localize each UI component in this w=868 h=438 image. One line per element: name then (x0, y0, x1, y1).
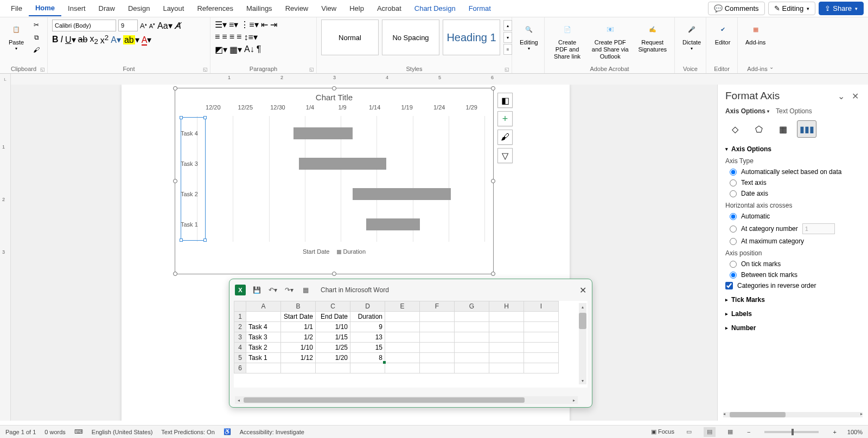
resize-handle[interactable] (332, 272, 336, 276)
cell[interactable] (524, 343, 559, 353)
tab-references[interactable]: References (190, 1, 239, 16)
create-pdf-share-link-button[interactable]: 📄Create PDF and Share link (549, 20, 585, 62)
cell[interactable] (489, 322, 524, 332)
cell[interactable]: 1/10 (281, 343, 316, 353)
editing-dropdown[interactable]: 🔍 Editing▾ (516, 20, 541, 52)
justify-button[interactable]: ≡ (237, 32, 241, 42)
col-header[interactable]: D (350, 301, 385, 312)
increase-indent-button[interactable]: ⇥ (270, 20, 277, 30)
editor-button[interactable]: ✔Editor (711, 20, 735, 47)
tab-design[interactable]: Design (122, 1, 156, 16)
pane-icon-size[interactable]: ▦ (773, 120, 793, 138)
cell[interactable]: 15 (350, 343, 385, 353)
zoom-slider-thumb[interactable] (792, 429, 794, 435)
cell[interactable]: Task 4 (246, 322, 281, 332)
col-header[interactable]: C (316, 301, 350, 312)
ribbon-collapse-button[interactable]: ⌄ (769, 64, 774, 70)
row-header[interactable]: 1 (234, 312, 246, 322)
cell[interactable] (420, 363, 455, 373)
tab-help[interactable]: Help (343, 1, 371, 16)
cell[interactable]: Task 1 (246, 353, 281, 363)
font-size-input[interactable] (118, 20, 138, 31)
strikethrough-button[interactable]: ab (78, 35, 88, 44)
cell[interactable]: 1/12 (281, 353, 316, 363)
resize-handle[interactable] (173, 86, 177, 91)
pane-scrollbar-horizontal[interactable]: ◂▸ (723, 412, 863, 417)
subscript-button[interactable]: x2 (90, 34, 98, 46)
category-number-input[interactable] (802, 223, 835, 234)
chart-bar[interactable] (366, 218, 419, 230)
chart-bar[interactable] (353, 188, 451, 200)
excel-redo-button[interactable]: ↷▾ (284, 285, 295, 295)
italic-button[interactable]: I (61, 35, 63, 44)
tab-file[interactable]: File (4, 1, 29, 16)
font-color-button[interactable]: A▾ (142, 35, 152, 45)
multilevel-list-button[interactable]: ⋮≡▾ (240, 20, 258, 30)
cell[interactable] (524, 332, 559, 343)
chart-title[interactable]: Chart Title (175, 88, 493, 104)
cell[interactable] (420, 312, 455, 322)
paste-button[interactable]: 📋 Paste▾ (4, 20, 28, 52)
status-accessibility[interactable]: Accessibility: Investigate (240, 429, 304, 435)
cell[interactable]: Start Date (281, 312, 316, 322)
change-case-button[interactable]: Aa▾ (157, 21, 173, 31)
section-labels-header[interactable]: ▸Labels (725, 310, 860, 318)
ruler-horizontal[interactable]: L 1 2 3 4 5 6 (0, 74, 868, 85)
tab-layout[interactable]: Layout (156, 1, 190, 16)
cell[interactable] (385, 322, 420, 332)
font-dialog-launcher[interactable]: ◱ (203, 67, 208, 72)
cell[interactable] (420, 353, 455, 363)
share-button[interactable]: ⇪Share▾ (819, 2, 864, 15)
cell[interactable] (420, 343, 455, 353)
radio-axis-text[interactable]: Text axis (730, 179, 860, 186)
cell[interactable] (350, 363, 385, 373)
editing-mode-button[interactable]: ✎Editing▾ (768, 2, 816, 15)
dictate-button[interactable]: 🎤Dictate▾ (679, 20, 704, 52)
status-predictions[interactable]: Text Predictions: On (161, 429, 214, 435)
font-name-input[interactable] (52, 20, 116, 31)
radio-crosses-catnum[interactable]: At category number (730, 223, 860, 234)
cell[interactable] (385, 312, 420, 322)
zoom-out-button[interactable]: − (745, 429, 752, 435)
view-read-mode[interactable]: ▭ (683, 427, 695, 437)
shading-button[interactable]: ◩▾ (215, 44, 227, 55)
underline-button[interactable]: U▾ (65, 35, 76, 45)
cell[interactable]: 1/10 (316, 322, 350, 332)
cell[interactable] (316, 363, 350, 373)
status-spellcheck-icon[interactable]: ⌨ (74, 428, 83, 435)
cell[interactable]: End Date (316, 312, 350, 322)
cell[interactable] (455, 332, 489, 343)
cell[interactable] (524, 322, 559, 332)
styles-expand[interactable]: ≡ (503, 44, 512, 55)
cell[interactable]: Duration (350, 312, 385, 322)
radio-crosses-maxcat[interactable]: At maximum category (730, 237, 860, 245)
focus-mode-button[interactable]: ▣ Focus (651, 428, 674, 435)
request-signatures-button[interactable]: ✍Request Signatures (635, 20, 670, 54)
style-heading-1[interactable]: Heading 1 (443, 20, 500, 55)
col-header[interactable]: A (246, 301, 281, 312)
chart-bar[interactable] (299, 158, 386, 170)
bullets-button[interactable]: ☰▾ (215, 20, 227, 30)
scrollbar-thumb[interactable] (730, 412, 786, 417)
pane-icon-axis[interactable]: ▮▮▮ (797, 120, 816, 138)
resize-handle[interactable] (173, 272, 177, 276)
view-print-layout[interactable]: ▤ (704, 427, 716, 437)
cell[interactable] (455, 312, 489, 322)
radio-axis-date[interactable]: Date axis (730, 190, 860, 197)
line-spacing-button[interactable]: ↕≡▾ (244, 32, 257, 42)
tab-draw[interactable]: Draw (92, 1, 122, 16)
col-header[interactable]: F (420, 301, 455, 312)
pane-tab-axis-options[interactable]: Axis Options▾ (725, 107, 769, 115)
style-no-spacing[interactable]: No Spacing (382, 20, 439, 55)
styles-scroll-down[interactable]: ▾ (503, 32, 512, 43)
pane-tab-text-options[interactable]: Text Options (776, 107, 812, 115)
excel-scrollbar-horizontal[interactable]: ◂▸ (235, 396, 578, 404)
align-center-button[interactable]: ≡ (222, 32, 227, 42)
excel-scrollbar-vertical[interactable]: ▴▾ (579, 303, 586, 384)
tab-acrobat[interactable]: Acrobat (371, 1, 408, 16)
chart-elements-button[interactable]: + (497, 111, 513, 126)
cell[interactable] (455, 353, 489, 363)
pane-close-button[interactable]: ✕ (850, 91, 860, 101)
cell[interactable]: Task 3 (246, 332, 281, 343)
tab-view[interactable]: View (315, 1, 343, 16)
